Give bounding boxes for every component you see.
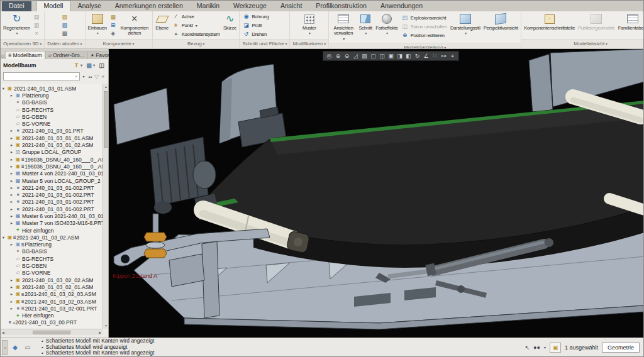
delete-icon[interactable]: ×	[33, 30, 40, 37]
appearances-button[interactable]: Farbeffekte	[374, 12, 399, 42]
tree-item[interactable]: B 196036_DSNU_40_160___0_.ASM	[1, 163, 103, 170]
search-binoculars-icon[interactable]: ●●	[87, 75, 92, 79]
tree-filters-icon[interactable]: T	[72, 62, 80, 69]
find-in-model-button[interactable]: ▣	[550, 343, 561, 353]
display-style-button[interactable]: Darstellungsstil	[449, 12, 482, 42]
tree-expand-arrow[interactable]	[1, 86, 6, 91]
tree-expand-arrow[interactable]	[9, 221, 14, 226]
viewport-toolbar-icon[interactable]: ⊶	[440, 52, 448, 60]
tree-item[interactable]: B 2021-240_01_03_02.ASM	[1, 234, 103, 241]
tree-horizontal-scrollbar[interactable]: ◀ ▶	[1, 329, 103, 335]
tree-columns-icon[interactable]: ▤	[85, 62, 93, 69]
viewport-toolbar-icon[interactable]: ∠	[422, 52, 430, 60]
plane-button[interactable]: Ebene	[154, 12, 170, 38]
search-options-dropdown-icon[interactable]: ▾	[81, 74, 86, 79]
viewport-toolbar-icon[interactable]: ⊕	[334, 52, 342, 60]
package-icon[interactable]: ◈	[109, 30, 117, 37]
tree-expand-arrow[interactable]	[9, 150, 14, 155]
tree-item[interactable]: 2021-240_01_03_01_02.ASM	[1, 141, 103, 148]
exploded-view-button[interactable]: ◰ Explosionsansicht	[400, 14, 448, 22]
tree-item[interactable]: 2021-240_01_03_01.ASM	[1, 85, 103, 92]
viewport-toolbar-icon[interactable]: ◫	[378, 52, 386, 60]
family-table-button[interactable]: Familientabelle	[617, 12, 643, 38]
tree-expand-arrow[interactable]	[9, 93, 14, 98]
tree-expand-arrow[interactable]	[9, 278, 14, 283]
axis-button[interactable]: ∕ Achse	[171, 13, 221, 21]
manage-views-button[interactable]: Ansichten verwalten	[330, 12, 357, 42]
scroll-left-icon[interactable]: ◀	[2, 331, 4, 334]
message-log[interactable]: •Schattiertes Modell mit Kanten wird ang…	[42, 338, 525, 356]
ribbon-tab[interactable]: Analyse	[70, 1, 108, 11]
pattern-button[interactable]: Muster	[301, 12, 318, 38]
ribbon-tab[interactable]: Werkzeuge	[226, 1, 274, 11]
group-label-modellabsicht[interactable]: Modellabsicht	[521, 39, 643, 48]
tree-vertical-scrollbar[interactable]: ▲ ▼	[103, 84, 108, 329]
tree-expand-arrow[interactable]	[9, 299, 14, 304]
3d-model-conveyor[interactable]: Kippen Zustand A	[109, 49, 644, 338]
viewport-toolbar-icon[interactable]: ▣	[387, 52, 395, 60]
tree-item[interactable]: • 2021-240_01_03_00.PRT	[1, 319, 103, 326]
tree-item[interactable]: Hier einfügen	[1, 312, 103, 319]
perspective-view-button[interactable]: Perspektivansicht	[482, 12, 519, 42]
tree-item[interactable]: 2021-240_01_03_02_01.ASM	[1, 283, 103, 290]
drag-components-button[interactable]: × Komponenten ziehen	[118, 12, 151, 38]
tree-item[interactable]: B Platzierung	[1, 241, 103, 248]
scroll-right-icon[interactable]: ▶	[99, 331, 101, 334]
tree-item[interactable]: BG-RECHTS	[1, 255, 103, 262]
search-tool-icon[interactable]: ●●	[533, 344, 540, 351]
copy-geometry-icon[interactable]: ▩	[61, 30, 69, 37]
tree-item[interactable]: 2021-240_01_03_01-002.PRT	[1, 184, 103, 191]
viewport-toolbar-icon[interactable]: ◧	[404, 52, 413, 60]
tree-item[interactable]: BG-OBEN	[1, 113, 103, 120]
copy-icon[interactable]: ▤	[33, 13, 40, 21]
tree-columns-dropdown-icon[interactable]: ▾	[93, 63, 97, 67]
search-tool-dropdown-icon[interactable]: ▾	[544, 345, 546, 349]
tree-expand-arrow[interactable]	[9, 128, 14, 133]
import-data-icon[interactable]: ▨	[61, 21, 69, 29]
tree-search-box[interactable]: ×	[3, 72, 80, 80]
hole-button[interactable]: ◉ Bohrung	[241, 13, 270, 21]
viewport-toolbar-icon[interactable]: ◎	[325, 52, 333, 60]
tree-item[interactable]: 2021-240_01_03_01-002.PRT	[1, 199, 103, 206]
tree-filters-dropdown-icon[interactable]: ▾	[80, 63, 85, 67]
paste-icon[interactable]: ▥	[33, 21, 40, 29]
filter-funnel-icon[interactable]: ▽	[94, 74, 99, 80]
tree-item[interactable]: BG-RECHTS	[1, 106, 103, 113]
group-label-daten-abrufen[interactable]: Daten abrufen	[45, 39, 84, 48]
repeat-component-icon[interactable]: ⊞	[109, 21, 117, 29]
scroll-down-icon[interactable]: ▼	[103, 322, 109, 329]
tree-item[interactable]: 2021-240_01_03_01-002.PRT	[1, 191, 103, 198]
tree-expand-arrow[interactable]	[9, 178, 14, 184]
viewport-toolbar-icon[interactable]: ∷	[431, 52, 439, 60]
tree-search-input[interactable]	[4, 74, 73, 79]
tree-item[interactable]: R 2021-240_01_03_02-001.PRT	[1, 305, 103, 312]
tree-expand-arrow[interactable]	[9, 199, 14, 204]
section-button[interactable]: Schnitt	[357, 12, 374, 42]
tree-item[interactable]: BG-VORNE	[1, 270, 103, 277]
expand-search-icon[interactable]: +	[101, 74, 106, 80]
tree-expand-arrow[interactable]	[9, 207, 14, 212]
tree-expand-arrow[interactable]	[9, 185, 14, 190]
sketch-button[interactable]: ∿ Skizze	[221, 12, 238, 38]
tree-expand-arrow[interactable]	[9, 136, 14, 141]
scrollbar-thumb[interactable]	[104, 91, 108, 148]
ribbon-tab[interactable]: Anwendungen	[374, 1, 430, 11]
ribbon-tab[interactable]: Manikin	[190, 1, 226, 11]
csys-button[interactable]: ⌖ Koordinatensystem	[171, 30, 221, 38]
select-box-icon[interactable]: ▭	[23, 344, 33, 351]
tree-item[interactable]: Muster 6 von 2021-240_01_03_01-003.PRT	[1, 212, 103, 219]
regenerate-button[interactable]: ↻ Regenerieren	[2, 12, 31, 38]
tree-expand-arrow[interactable]	[9, 157, 14, 162]
tree-item[interactable]: 2021-240_01_03_01.PRT	[1, 128, 103, 135]
viewport-toolbar-icon[interactable]: ◨	[396, 52, 404, 60]
group-label-komponente[interactable]: Komponente	[86, 39, 152, 48]
tree-item[interactable]: B 196036_DSNU_40_160___0_.ASM	[1, 156, 103, 163]
tree-item[interactable]: Platzierung	[1, 92, 103, 99]
search-clear-icon[interactable]: ×	[73, 74, 79, 79]
edit-position-button[interactable]: ⊕ Position editieren	[400, 31, 448, 40]
selection-filter-dropdown[interactable]: Geometrie	[602, 343, 640, 353]
graphics-viewport[interactable]: ◎⊕⊖◿▨▢◫▣◨◧↻∠∷⊶⌖	[109, 49, 644, 338]
viewport-toolbar-icon[interactable]: ⌖	[448, 52, 457, 60]
scrollbar-thumb[interactable]	[33, 331, 70, 334]
tree-expand-arrow[interactable]	[9, 214, 14, 219]
